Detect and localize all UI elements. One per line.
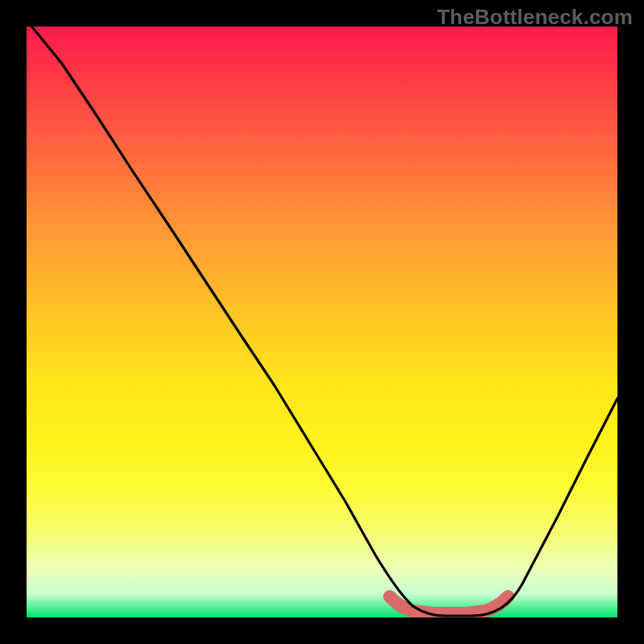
watermark-text: TheBottleneck.com [437,5,633,30]
chart-svg [27,27,617,617]
plot-area [27,27,617,617]
bottleneck-curve-line [27,27,617,616]
chart-frame: TheBottleneck.com [0,0,644,644]
